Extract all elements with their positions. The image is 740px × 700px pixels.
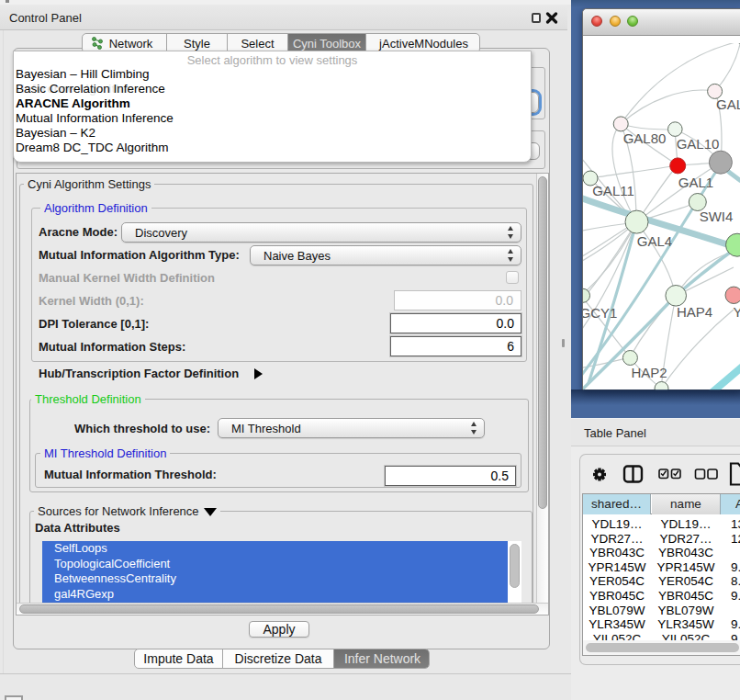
svg-text:SWI4: SWI4 [700,209,734,224]
svg-text:GCY1: GCY1 [583,305,617,321]
svg-text:GAL11: GAL11 [592,183,634,198]
svg-text:GAL80: GAL80 [623,130,667,146]
svg-text:GAL1: GAL1 [678,175,713,190]
svg-text:GAL7: GAL7 [716,96,740,112]
svg-text:Y: Y [734,304,740,320]
svg-text:HAP4: HAP4 [677,304,712,320]
svg-text:GAL10: GAL10 [677,136,720,152]
svg-text:HAP2: HAP2 [631,365,667,380]
svg-text:GAL4: GAL4 [637,233,672,249]
